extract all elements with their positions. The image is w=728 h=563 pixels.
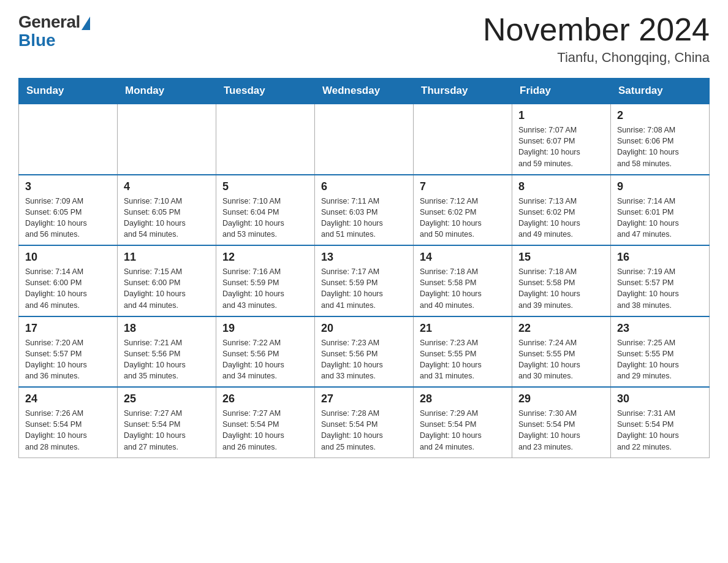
day-info: Sunrise: 7:30 AM Sunset: 5:54 PM Dayligh…: [518, 408, 604, 453]
calendar-cell-4-3: 19Sunrise: 7:22 AM Sunset: 5:56 PM Dayli…: [216, 316, 315, 388]
day-info: Sunrise: 7:18 AM Sunset: 5:58 PM Dayligh…: [420, 266, 506, 311]
calendar-cell-3-4: 13Sunrise: 7:17 AM Sunset: 5:59 PM Dayli…: [315, 245, 414, 316]
day-number: 30: [617, 393, 703, 405]
day-info: Sunrise: 7:21 AM Sunset: 5:56 PM Dayligh…: [124, 337, 210, 382]
calendar-cell-2-5: 7Sunrise: 7:12 AM Sunset: 6:02 PM Daylig…: [414, 175, 512, 246]
day-info: Sunrise: 7:11 AM Sunset: 6:03 PM Dayligh…: [321, 196, 407, 240]
day-number: 8: [518, 180, 604, 193]
month-title: November 2024: [483, 12, 710, 47]
day-number: 29: [518, 393, 604, 405]
calendar-cell-4-5: 21Sunrise: 7:23 AM Sunset: 5:55 PM Dayli…: [414, 316, 512, 388]
page-header: General Blue November 2024 Tianfu, Chong…: [18, 12, 710, 66]
calendar-cell-5-2: 25Sunrise: 7:27 AM Sunset: 5:54 PM Dayli…: [118, 387, 216, 458]
day-number: 4: [124, 180, 210, 193]
day-number: 14: [420, 251, 506, 264]
day-info: Sunrise: 7:10 AM Sunset: 6:05 PM Dayligh…: [124, 196, 210, 240]
day-info: Sunrise: 7:22 AM Sunset: 5:56 PM Dayligh…: [222, 337, 308, 382]
day-number: 9: [617, 180, 703, 193]
calendar-cell-1-2: [118, 104, 216, 175]
day-number: 3: [25, 180, 111, 193]
day-info: Sunrise: 7:26 AM Sunset: 5:54 PM Dayligh…: [25, 408, 111, 453]
calendar-cell-3-3: 12Sunrise: 7:16 AM Sunset: 5:59 PM Dayli…: [216, 245, 315, 316]
calendar-header-tuesday: Tuesday: [216, 79, 315, 104]
day-info: Sunrise: 7:15 AM Sunset: 6:00 PM Dayligh…: [124, 266, 210, 311]
calendar-cell-1-7: 2Sunrise: 7:08 AM Sunset: 6:06 PM Daylig…: [611, 104, 710, 175]
day-info: Sunrise: 7:29 AM Sunset: 5:54 PM Dayligh…: [420, 408, 506, 453]
day-number: 24: [25, 393, 111, 405]
logo-general-text: General: [18, 12, 80, 32]
day-number: 6: [321, 180, 407, 193]
day-number: 7: [420, 180, 506, 193]
calendar-cell-1-6: 1Sunrise: 7:07 AM Sunset: 6:07 PM Daylig…: [512, 104, 611, 175]
day-info: Sunrise: 7:18 AM Sunset: 5:58 PM Dayligh…: [518, 266, 604, 311]
calendar-week-row-2: 3Sunrise: 7:09 AM Sunset: 6:05 PM Daylig…: [19, 175, 710, 246]
day-number: 17: [25, 322, 111, 335]
day-info: Sunrise: 7:27 AM Sunset: 5:54 PM Dayligh…: [124, 408, 210, 453]
day-info: Sunrise: 7:10 AM Sunset: 6:04 PM Dayligh…: [222, 196, 308, 240]
day-info: Sunrise: 7:09 AM Sunset: 6:05 PM Dayligh…: [25, 196, 111, 240]
calendar-cell-2-7: 9Sunrise: 7:14 AM Sunset: 6:01 PM Daylig…: [611, 175, 710, 246]
day-info: Sunrise: 7:16 AM Sunset: 5:59 PM Dayligh…: [222, 266, 308, 311]
day-number: 23: [617, 322, 703, 335]
calendar-cell-2-2: 4Sunrise: 7:10 AM Sunset: 6:05 PM Daylig…: [118, 175, 216, 246]
title-block: November 2024 Tianfu, Chongqing, China: [483, 12, 710, 66]
logo-triangle-icon: [82, 17, 90, 30]
day-info: Sunrise: 7:08 AM Sunset: 6:06 PM Dayligh…: [617, 124, 703, 169]
calendar-header-sunday: Sunday: [19, 79, 118, 104]
calendar-cell-2-1: 3Sunrise: 7:09 AM Sunset: 6:05 PM Daylig…: [19, 175, 118, 246]
day-number: 20: [321, 322, 407, 335]
calendar-cell-5-5: 28Sunrise: 7:29 AM Sunset: 5:54 PM Dayli…: [414, 387, 512, 458]
calendar-header-saturday: Saturday: [611, 79, 710, 104]
calendar-cell-4-6: 22Sunrise: 7:24 AM Sunset: 5:55 PM Dayli…: [512, 316, 611, 388]
day-number: 10: [25, 251, 111, 264]
day-info: Sunrise: 7:23 AM Sunset: 5:55 PM Dayligh…: [420, 337, 506, 382]
day-number: 11: [124, 251, 210, 264]
calendar-cell-2-3: 5Sunrise: 7:10 AM Sunset: 6:04 PM Daylig…: [216, 175, 315, 246]
day-number: 1: [518, 109, 604, 122]
logo: General Blue: [18, 12, 90, 50]
calendar-cell-3-5: 14Sunrise: 7:18 AM Sunset: 5:58 PM Dayli…: [414, 245, 512, 316]
day-number: 26: [222, 393, 308, 405]
day-number: 18: [124, 322, 210, 335]
day-number: 2: [617, 109, 703, 122]
day-info: Sunrise: 7:20 AM Sunset: 5:57 PM Dayligh…: [25, 337, 111, 382]
calendar-week-row-5: 24Sunrise: 7:26 AM Sunset: 5:54 PM Dayli…: [19, 387, 710, 458]
calendar-cell-2-6: 8Sunrise: 7:13 AM Sunset: 6:02 PM Daylig…: [512, 175, 611, 246]
calendar-cell-1-1: [19, 104, 118, 175]
calendar-cell-5-3: 26Sunrise: 7:27 AM Sunset: 5:54 PM Dayli…: [216, 387, 315, 458]
calendar-cell-1-5: [414, 104, 512, 175]
day-info: Sunrise: 7:27 AM Sunset: 5:54 PM Dayligh…: [222, 408, 308, 453]
day-info: Sunrise: 7:31 AM Sunset: 5:54 PM Dayligh…: [617, 408, 703, 453]
day-number: 22: [518, 322, 604, 335]
day-number: 19: [222, 322, 308, 335]
calendar-cell-3-2: 11Sunrise: 7:15 AM Sunset: 6:00 PM Dayli…: [118, 245, 216, 316]
day-info: Sunrise: 7:24 AM Sunset: 5:55 PM Dayligh…: [518, 337, 604, 382]
day-info: Sunrise: 7:14 AM Sunset: 6:01 PM Dayligh…: [617, 196, 703, 240]
calendar-cell-1-3: [216, 104, 315, 175]
calendar-cell-5-7: 30Sunrise: 7:31 AM Sunset: 5:54 PM Dayli…: [611, 387, 710, 458]
logo-blue-text: Blue: [18, 31, 56, 50]
day-number: 21: [420, 322, 506, 335]
day-number: 16: [617, 251, 703, 264]
calendar-cell-4-4: 20Sunrise: 7:23 AM Sunset: 5:56 PM Dayli…: [315, 316, 414, 388]
day-info: Sunrise: 7:07 AM Sunset: 6:07 PM Dayligh…: [518, 124, 604, 169]
day-info: Sunrise: 7:25 AM Sunset: 5:55 PM Dayligh…: [617, 337, 703, 382]
calendar-cell-3-6: 15Sunrise: 7:18 AM Sunset: 5:58 PM Dayli…: [512, 245, 611, 316]
calendar-week-row-1: 1Sunrise: 7:07 AM Sunset: 6:07 PM Daylig…: [19, 104, 710, 175]
calendar-cell-4-2: 18Sunrise: 7:21 AM Sunset: 5:56 PM Dayli…: [118, 316, 216, 388]
calendar-cell-4-1: 17Sunrise: 7:20 AM Sunset: 5:57 PM Dayli…: [19, 316, 118, 388]
day-number: 27: [321, 393, 407, 405]
calendar-week-row-3: 10Sunrise: 7:14 AM Sunset: 6:00 PM Dayli…: [19, 245, 710, 316]
day-number: 25: [124, 393, 210, 405]
calendar-cell-1-4: [315, 104, 414, 175]
day-number: 28: [420, 393, 506, 405]
day-info: Sunrise: 7:13 AM Sunset: 6:02 PM Dayligh…: [518, 196, 604, 240]
day-number: 15: [518, 251, 604, 264]
location-text: Tianfu, Chongqing, China: [483, 50, 710, 66]
day-number: 13: [321, 251, 407, 264]
day-info: Sunrise: 7:28 AM Sunset: 5:54 PM Dayligh…: [321, 408, 407, 453]
calendar-cell-3-7: 16Sunrise: 7:19 AM Sunset: 5:57 PM Dayli…: [611, 245, 710, 316]
day-number: 5: [222, 180, 308, 193]
calendar-cell-2-4: 6Sunrise: 7:11 AM Sunset: 6:03 PM Daylig…: [315, 175, 414, 246]
calendar-week-row-4: 17Sunrise: 7:20 AM Sunset: 5:57 PM Dayli…: [19, 316, 710, 388]
